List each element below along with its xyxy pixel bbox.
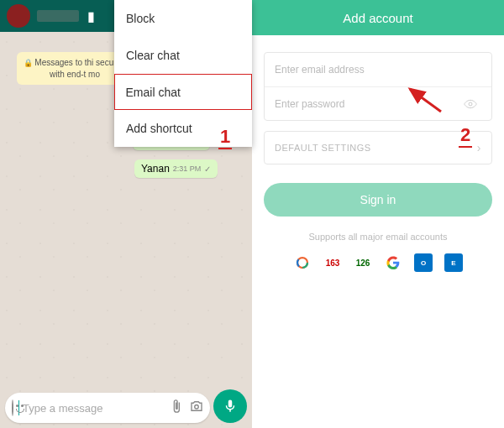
provider-icons-row: 163 126 O E	[264, 253, 492, 272]
provider-exchange-icon[interactable]: E	[444, 253, 463, 272]
encryption-text: Messages to thi secured with end-t mo	[34, 58, 125, 79]
svg-point-1	[469, 102, 472, 106]
voice-message-button[interactable]	[213, 389, 247, 423]
chat-options-menu: Block Clear chat Email chat Add shortcut	[114, 0, 252, 147]
message-bubble[interactable]: Yanan 2:31 PM ✓	[134, 159, 218, 178]
email-row	[265, 53, 491, 86]
message-text: Yanan	[141, 163, 170, 175]
credentials-group	[264, 52, 492, 121]
text-cursor	[18, 400, 19, 415]
sign-in-button[interactable]: Sign in	[264, 183, 492, 217]
attachment-icon[interactable]	[169, 399, 184, 417]
whatsapp-chat-panel: ▮ 🔒Messages to thi secured with end-t mo…	[0, 0, 252, 428]
message-input-bar	[5, 393, 210, 423]
lock-icon: 🔒	[24, 59, 33, 67]
provider-outlook-icon[interactable]: O	[414, 253, 433, 272]
online-indicator: ▮	[87, 8, 95, 24]
password-row	[265, 86, 491, 120]
support-text: Supports all major email accounts	[264, 232, 492, 242]
emoji-icon[interactable]	[12, 399, 13, 416]
delivered-tick-icon: ✓	[204, 164, 211, 174]
email-add-account-panel: Add account DEFAULT SETTINGS › Sign in S…	[252, 0, 504, 428]
annotation-arrow	[403, 82, 445, 116]
annotation-2: 2	[459, 124, 472, 148]
provider-qq-icon[interactable]	[293, 253, 312, 272]
add-account-header: Add account	[252, 0, 504, 35]
svg-point-0	[195, 405, 199, 410]
provider-126-icon[interactable]: 126	[354, 253, 372, 272]
email-field[interactable]	[275, 64, 481, 76]
message-input[interactable]	[23, 402, 164, 415]
settings-label: DEFAULT SETTINGS	[275, 143, 371, 153]
annotation-1: 1	[218, 126, 232, 149]
menu-item-block[interactable]: Block	[114, 0, 252, 37]
chevron-right-icon: ›	[477, 141, 481, 154]
menu-item-clear-chat[interactable]: Clear chat	[114, 37, 252, 74]
menu-item-email-chat[interactable]: Email chat	[114, 74, 252, 110]
show-password-icon[interactable]	[460, 97, 481, 111]
provider-163-icon[interactable]: 163	[323, 253, 342, 272]
provider-google-icon[interactable]	[384, 253, 402, 272]
contact-name-placeholder	[37, 10, 79, 22]
contact-avatar[interactable]	[7, 4, 30, 28]
camera-icon[interactable]	[189, 399, 204, 417]
message-time: 2:31 PM	[173, 164, 202, 173]
